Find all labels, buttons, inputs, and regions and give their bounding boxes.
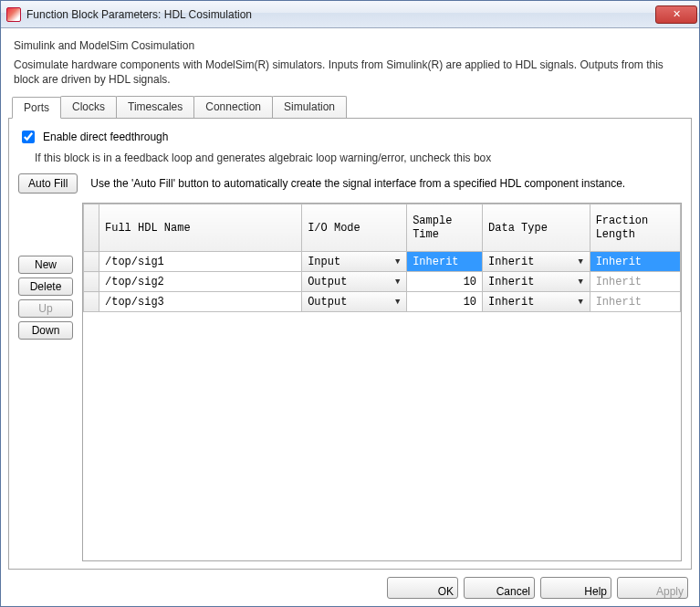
subtitle: Simulink and ModelSim Cosimulation bbox=[14, 39, 686, 52]
dropdown-value: Inherit bbox=[488, 276, 534, 288]
auto-fill-hint: Use the 'Auto Fill' button to automatica… bbox=[90, 177, 625, 190]
close-icon: ✕ bbox=[673, 8, 681, 20]
cell-fraction-length[interactable]: Inherit bbox=[590, 252, 680, 272]
tab-timescales[interactable]: Timescales bbox=[116, 96, 194, 118]
cell-text: Inherit bbox=[590, 274, 680, 290]
button-label: Delete bbox=[30, 280, 62, 293]
tab-ports[interactable]: Ports bbox=[12, 97, 61, 119]
table-row: /top/sig1 Input ▼ Inherit Inherit bbox=[84, 252, 681, 272]
cell-text: /top/sig3 bbox=[99, 294, 301, 310]
up-button[interactable]: Up bbox=[18, 299, 73, 318]
description: Cosimulate hardware components with Mode… bbox=[14, 58, 686, 87]
cell-name[interactable]: /top/sig2 bbox=[99, 272, 301, 292]
row-header[interactable] bbox=[84, 292, 99, 312]
table-header-row: Full HDL Name I/O Mode Sample Time Data … bbox=[84, 204, 681, 252]
auto-fill-button[interactable]: Auto Fill bbox=[18, 173, 78, 194]
cell-sample-time[interactable]: 10 bbox=[407, 272, 483, 292]
table-row: /top/sig2 Output ▼ 10 Inherit bbox=[84, 272, 681, 292]
button-label: OK bbox=[438, 585, 454, 598]
feedthrough-hint: If this block is in a feedback loop and … bbox=[35, 152, 682, 164]
ports-table-container: Full HDL Name I/O Mode Sample Time Data … bbox=[82, 203, 682, 561]
delete-button[interactable]: Delete bbox=[18, 277, 73, 296]
cell-io-mode[interactable]: Output ▼ bbox=[302, 272, 407, 292]
ok-button[interactable]: OK bbox=[387, 577, 458, 599]
col-data-type[interactable]: Data Type bbox=[483, 204, 590, 252]
titlebar: Function Block Parameters: HDL Cosimulat… bbox=[1, 1, 699, 28]
col-full-hdl-name[interactable]: Full HDL Name bbox=[99, 204, 301, 252]
io-mode-dropdown[interactable]: Output ▼ bbox=[302, 292, 406, 311]
dropdown-value: Output bbox=[308, 296, 347, 309]
tab-label: Ports bbox=[24, 101, 49, 114]
cell-data-type[interactable]: Inherit ▼ bbox=[483, 252, 590, 272]
enable-feedthrough-row: Enable direct feedthrough bbox=[18, 128, 682, 146]
cell-text: /top/sig1 bbox=[99, 254, 301, 270]
tab-label: Clocks bbox=[72, 100, 105, 113]
tab-label: Timescales bbox=[128, 100, 183, 113]
col-io-mode[interactable]: I/O Mode bbox=[302, 204, 407, 252]
chevron-down-icon: ▼ bbox=[391, 255, 404, 268]
cell-name[interactable]: /top/sig1 bbox=[99, 252, 301, 272]
cell-fraction-length[interactable]: Inherit bbox=[590, 292, 680, 312]
cell-text: Inherit bbox=[407, 254, 482, 270]
dialog-footer: OK Cancel Help Apply bbox=[8, 570, 692, 599]
dropdown-value: Input bbox=[308, 256, 340, 268]
chevron-down-icon: ▼ bbox=[574, 275, 588, 288]
cell-sample-time[interactable]: 10 bbox=[407, 292, 483, 312]
dropdown-value: Output bbox=[308, 276, 347, 288]
table-empty-area bbox=[83, 312, 681, 560]
help-button[interactable]: Help bbox=[540, 577, 611, 599]
button-label: Apply bbox=[656, 585, 684, 598]
button-label: Cancel bbox=[496, 585, 530, 598]
cell-sample-time[interactable]: Inherit bbox=[407, 252, 483, 272]
chevron-down-icon: ▼ bbox=[391, 295, 404, 309]
chevron-down-icon: ▼ bbox=[574, 295, 588, 309]
cell-text: /top/sig2 bbox=[99, 274, 301, 290]
dropdown-value: Inherit bbox=[488, 256, 534, 268]
cell-io-mode[interactable]: Output ▼ bbox=[302, 292, 407, 312]
chevron-down-icon: ▼ bbox=[391, 275, 404, 288]
apply-button[interactable]: Apply bbox=[617, 577, 688, 599]
app-icon bbox=[6, 7, 21, 22]
button-label: Help bbox=[584, 585, 607, 598]
cell-data-type[interactable]: Inherit ▼ bbox=[483, 292, 590, 312]
cell-name[interactable]: /top/sig3 bbox=[99, 292, 301, 312]
data-type-dropdown[interactable]: Inherit ▼ bbox=[483, 272, 590, 291]
tab-simulation[interactable]: Simulation bbox=[272, 96, 347, 118]
tab-connection[interactable]: Connection bbox=[193, 96, 273, 118]
tab-panel-ports: Enable direct feedthrough If this block … bbox=[8, 118, 692, 570]
cell-text: Inherit bbox=[590, 254, 680, 270]
cancel-button[interactable]: Cancel bbox=[464, 577, 535, 599]
cell-io-mode[interactable]: Input ▼ bbox=[302, 252, 407, 272]
button-label: Down bbox=[32, 324, 60, 337]
enable-feedthrough-checkbox[interactable] bbox=[22, 131, 35, 143]
tab-label: Simulation bbox=[284, 100, 335, 113]
window-title: Function Block Parameters: HDL Cosimulat… bbox=[26, 8, 655, 21]
row-action-buttons: New Delete Up Down bbox=[18, 203, 73, 561]
dropdown-value: Inherit bbox=[488, 296, 534, 309]
data-type-dropdown[interactable]: Inherit ▼ bbox=[483, 252, 590, 271]
row-header[interactable] bbox=[84, 252, 99, 272]
cell-data-type[interactable]: Inherit ▼ bbox=[483, 272, 590, 292]
cell-text: Inherit bbox=[590, 294, 680, 310]
button-label: New bbox=[35, 258, 57, 271]
tab-strip: Ports Clocks Timescales Connection Simul… bbox=[12, 96, 692, 118]
enable-feedthrough-label: Enable direct feedthrough bbox=[43, 131, 168, 143]
dialog-body: Simulink and ModelSim Cosimulation Cosim… bbox=[1, 28, 699, 606]
cell-fraction-length[interactable]: Inherit bbox=[590, 272, 680, 292]
data-type-dropdown[interactable]: Inherit ▼ bbox=[483, 292, 590, 311]
tab-clocks[interactable]: Clocks bbox=[60, 96, 117, 118]
col-sample-time[interactable]: Sample Time bbox=[407, 204, 483, 252]
button-label: Up bbox=[38, 302, 52, 315]
col-fraction-length[interactable]: Fraction Length bbox=[590, 204, 680, 252]
down-button[interactable]: Down bbox=[18, 321, 73, 340]
tab-label: Connection bbox=[205, 100, 261, 113]
grid-area: New Delete Up Down Full HDL Name I/O bbox=[18, 203, 682, 561]
io-mode-dropdown[interactable]: Output ▼ bbox=[302, 272, 406, 291]
table-row: /top/sig3 Output ▼ 10 Inherit bbox=[84, 292, 681, 312]
io-mode-dropdown[interactable]: Input ▼ bbox=[302, 252, 406, 271]
new-button[interactable]: New bbox=[18, 256, 73, 274]
row-header-corner bbox=[84, 204, 99, 252]
ports-table: Full HDL Name I/O Mode Sample Time Data … bbox=[83, 204, 681, 312]
row-header[interactable] bbox=[84, 272, 99, 292]
close-button[interactable]: ✕ bbox=[655, 5, 697, 24]
